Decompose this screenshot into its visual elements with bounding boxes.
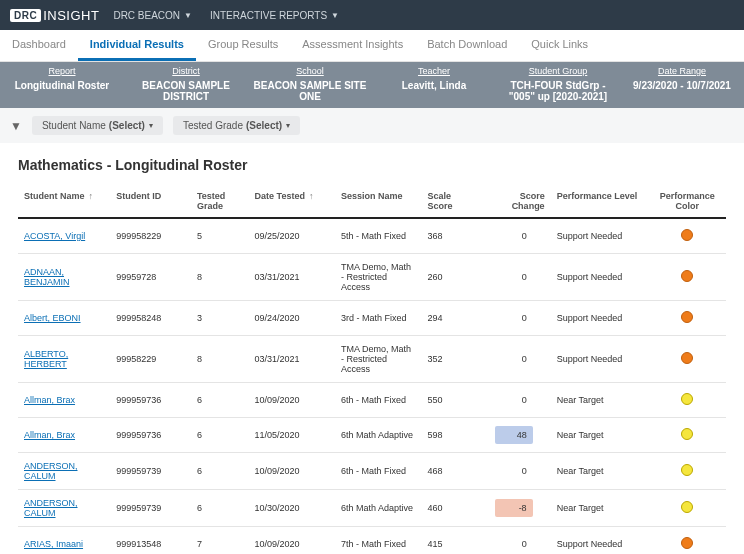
student-name-link[interactable]: ANDERSON, CALUM xyxy=(24,498,78,518)
breadcrumb-label-report[interactable]: Report xyxy=(0,64,124,78)
cell-scale-score: 598 xyxy=(422,418,480,453)
cell-tested-grade: 8 xyxy=(191,254,249,301)
breadcrumb-label-district[interactable]: District xyxy=(124,64,248,78)
cell-tested-grade: 6 xyxy=(191,453,249,490)
cell-scale-score: 460 xyxy=(422,490,480,527)
cell-score-change: 0 xyxy=(479,453,550,490)
col-student-id[interactable]: Student ID xyxy=(110,185,191,218)
performance-dot-icon xyxy=(681,501,693,513)
filter-tested-grade[interactable]: Tested Grade (Select) ▾ xyxy=(173,116,300,135)
cell-performance-color xyxy=(649,418,726,453)
breadcrumb-value-teacher: Leavitt, Linda xyxy=(372,78,496,104)
cell-performance-level: Near Target xyxy=(551,453,649,490)
cell-date-tested: 09/25/2020 xyxy=(249,218,335,254)
breadcrumb-value-student-group: TCH-FOUR StdGrp - "005" up [2020-2021] xyxy=(496,78,620,104)
col-scale-score[interactable]: Scale Score xyxy=(422,185,480,218)
student-name-link[interactable]: ACOSTA, Virgil xyxy=(24,231,85,241)
cell-session-name: TMA Demo, Math - Restricted Access xyxy=(335,254,421,301)
cell-student-id: 999959736 xyxy=(110,383,191,418)
filter-tested-grade-value: (Select) xyxy=(246,120,282,131)
table-row: ARIAS, Imaani999913548710/09/20207th - M… xyxy=(18,527,726,555)
performance-dot-icon xyxy=(681,311,693,323)
table-row: ALBERTO, HERBERT99958229803/31/2021TMA D… xyxy=(18,336,726,383)
cell-student-id: 99959728 xyxy=(110,254,191,301)
cell-score-change: 0 xyxy=(479,254,550,301)
cell-performance-color xyxy=(649,301,726,336)
cell-session-name: 7th - Math Fixed xyxy=(335,527,421,555)
cell-date-tested: 10/09/2020 xyxy=(249,527,335,555)
cell-score-change: 0 xyxy=(479,218,550,254)
col-date-tested[interactable]: Date Tested↑ xyxy=(249,185,335,218)
student-name-link[interactable]: ARIAS, Imaani xyxy=(24,539,83,549)
filter-icon[interactable]: ▼ xyxy=(10,119,22,133)
student-name-link[interactable]: Albert, EBONI xyxy=(24,313,81,323)
cell-date-tested: 03/31/2021 xyxy=(249,254,335,301)
filter-row: ▼ Student Name (Select) ▾ Tested Grade (… xyxy=(0,108,744,143)
cell-tested-grade: 8 xyxy=(191,336,249,383)
cell-tested-grade: 5 xyxy=(191,218,249,254)
cell-student-id: 999959736 xyxy=(110,418,191,453)
col-tested-grade[interactable]: Tested Grade xyxy=(191,185,249,218)
col-performance-level[interactable]: Performance Level xyxy=(551,185,649,218)
cell-scale-score: 294 xyxy=(422,301,480,336)
content: Mathematics - Longitudinal Roster Studen… xyxy=(0,143,744,554)
cell-scale-score: 550 xyxy=(422,383,480,418)
performance-dot-icon xyxy=(681,229,693,241)
cell-student-id: 999958248 xyxy=(110,301,191,336)
tab-assessment-insights[interactable]: Assessment Insights xyxy=(290,30,415,61)
cell-score-change: 0 xyxy=(479,301,550,336)
table-row: Allman, Brax999959736610/09/20206th - Ma… xyxy=(18,383,726,418)
student-name-link[interactable]: ANDERSON, CALUM xyxy=(24,461,78,481)
tab-group-results[interactable]: Group Results xyxy=(196,30,290,61)
cell-performance-level: Support Needed xyxy=(551,254,649,301)
performance-dot-icon xyxy=(681,270,693,282)
menu-interactive-reports[interactable]: INTERACTIVE REPORTS ▼ xyxy=(210,10,339,21)
breadcrumb-value-district: BEACON SAMPLE DISTRICT xyxy=(124,78,248,104)
menu-drc-beacon[interactable]: DRC BEACON ▼ xyxy=(113,10,192,21)
student-name-link[interactable]: Allman, Brax xyxy=(24,430,75,440)
col-session-name[interactable]: Session Name xyxy=(335,185,421,218)
cell-date-tested: 11/05/2020 xyxy=(249,418,335,453)
student-name-link[interactable]: ADNAAN, BENJAMIN xyxy=(24,267,70,287)
table-row: ANDERSON, CALUM999959739610/09/20206th -… xyxy=(18,453,726,490)
breadcrumb-label-school[interactable]: School xyxy=(248,64,372,78)
cell-session-name: TMA Demo, Math - Restricted Access xyxy=(335,336,421,383)
table-row: ACOSTA, Virgil999958229509/25/20205th - … xyxy=(18,218,726,254)
student-name-link[interactable]: Allman, Brax xyxy=(24,395,75,405)
cell-score-change: 48 xyxy=(479,418,550,453)
cell-scale-score: 415 xyxy=(422,527,480,555)
breadcrumb-value-school: BEACON SAMPLE SITE ONE xyxy=(248,78,372,104)
cell-scale-score: 260 xyxy=(422,254,480,301)
filter-student-name[interactable]: Student Name (Select) ▾ xyxy=(32,116,163,135)
cell-session-name: 6th Math Adaptive xyxy=(335,490,421,527)
tab-batch-download[interactable]: Batch Download xyxy=(415,30,519,61)
cell-performance-level: Near Target xyxy=(551,383,649,418)
cell-score-change: 0 xyxy=(479,383,550,418)
table-row: Allman, Brax999959736611/05/20206th Math… xyxy=(18,418,726,453)
cell-session-name: 3rd - Math Fixed xyxy=(335,301,421,336)
breadcrumb-label-teacher[interactable]: Teacher xyxy=(372,64,496,78)
cell-tested-grade: 6 xyxy=(191,418,249,453)
col-student-name[interactable]: Student Name↑ xyxy=(18,185,110,218)
cell-student-id: 99958229 xyxy=(110,336,191,383)
breadcrumb-label-date-range[interactable]: Date Range xyxy=(620,64,744,78)
student-name-link[interactable]: ALBERTO, HERBERT xyxy=(24,349,68,369)
filter-student-name-label: Student Name xyxy=(42,120,106,131)
col-performance-color[interactable]: Performance Color xyxy=(649,185,726,218)
cell-tested-grade: 6 xyxy=(191,383,249,418)
tab-quick-links[interactable]: Quick Links xyxy=(519,30,600,61)
cell-session-name: 6th Math Adaptive xyxy=(335,418,421,453)
chevron-down-icon: ▾ xyxy=(149,121,153,130)
cell-date-tested: 10/09/2020 xyxy=(249,453,335,490)
table-row: ANDERSON, CALUM999959739610/30/20206th M… xyxy=(18,490,726,527)
breadcrumb-label-student-group[interactable]: Student Group xyxy=(496,64,620,78)
tab-individual-results[interactable]: Individual Results xyxy=(78,30,196,61)
logo: DRC INSIGHT xyxy=(10,8,99,23)
cell-performance-color xyxy=(649,490,726,527)
tab-dashboard[interactable]: Dashboard xyxy=(0,30,78,61)
cell-date-tested: 09/24/2020 xyxy=(249,301,335,336)
chevron-down-icon: ▼ xyxy=(331,11,339,20)
cell-student-id: 999959739 xyxy=(110,453,191,490)
col-score-change[interactable]: Score Change xyxy=(479,185,550,218)
cell-performance-level: Support Needed xyxy=(551,336,649,383)
